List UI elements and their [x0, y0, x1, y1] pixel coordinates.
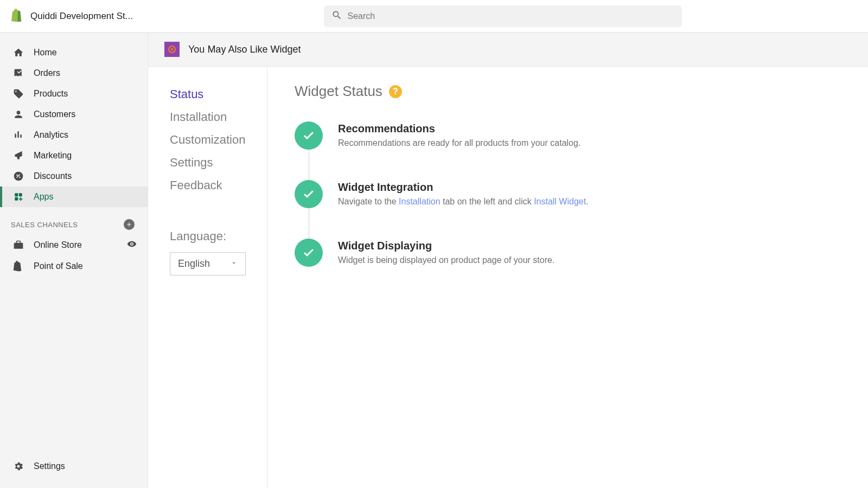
app-nav-customization[interactable]: Customization	[170, 129, 267, 151]
sidebar-item-settings[interactable]: Settings	[0, 454, 148, 478]
sidebar-item-label: Orders	[34, 68, 60, 78]
status-steps: Recommendations Recommendations are read…	[295, 121, 841, 267]
pos-icon	[13, 261, 24, 272]
chevron-down-icon	[230, 258, 238, 269]
sidebar-item-apps[interactable]: Apps	[0, 187, 148, 207]
sidebar-item-label: Products	[34, 89, 68, 99]
channel-label: Point of Sale	[34, 261, 83, 271]
svg-point-1	[171, 48, 174, 51]
step-displaying: Widget Displaying Widget is being displa…	[295, 239, 841, 267]
link-installation[interactable]: Installation	[399, 197, 441, 206]
step-desc: Widget is being displayed on product pag…	[338, 255, 554, 265]
view-store-icon[interactable]	[127, 239, 137, 251]
app-sidebar: Status Installation Customization Settin…	[148, 67, 267, 488]
logo-area: Quiddi Development St...	[11, 9, 148, 24]
add-channel-button[interactable]	[124, 219, 135, 230]
step-title: Widget Integration	[338, 181, 589, 194]
check-icon	[295, 180, 323, 208]
topbar: Quiddi Development St...	[0, 0, 868, 33]
sidebar-item-products[interactable]: Products	[0, 84, 148, 104]
sales-channels-header: SALES CHANNELS	[0, 207, 148, 234]
home-icon	[13, 47, 24, 58]
language-label: Language:	[170, 229, 267, 243]
discounts-icon	[13, 171, 24, 182]
apps-icon	[13, 191, 24, 202]
sidebar-item-orders[interactable]: Orders	[0, 63, 148, 84]
marketing-icon	[13, 150, 24, 161]
settings-label: Settings	[34, 461, 65, 471]
channel-label: Online Store	[34, 240, 82, 250]
step-title: Recommendations	[338, 123, 580, 135]
search-box[interactable]	[324, 5, 682, 27]
step-desc: Navigate to the Installation tab on the …	[338, 197, 589, 207]
check-icon	[295, 121, 323, 150]
sidebar: Home Orders Products Customers Analytics…	[0, 33, 148, 488]
check-icon	[295, 239, 323, 267]
search-icon	[331, 10, 342, 23]
sidebar-item-home[interactable]: Home	[0, 42, 148, 63]
app-nav-settings[interactable]: Settings	[170, 151, 267, 174]
link-install-widget[interactable]: Install Widget	[534, 197, 586, 206]
sidebar-item-label: Apps	[34, 192, 53, 202]
sidebar-item-customers[interactable]: Customers	[0, 104, 148, 125]
step-desc: Recommendations are ready for all produc…	[338, 138, 580, 148]
status-title: Widget Status ?	[295, 83, 841, 100]
sidebar-item-label: Marketing	[34, 151, 72, 160]
store-name[interactable]: Quiddi Development St...	[30, 11, 133, 22]
customers-icon	[13, 109, 24, 120]
orders-icon	[13, 68, 24, 79]
status-title-text: Widget Status	[295, 83, 382, 100]
help-icon[interactable]: ?	[389, 85, 402, 98]
main: You May Also Like Widget Status Installa…	[148, 33, 868, 488]
app-icon	[164, 42, 180, 57]
sidebar-item-label: Discounts	[34, 171, 72, 181]
sidebar-item-analytics[interactable]: Analytics	[0, 125, 148, 145]
step-title: Widget Displaying	[338, 240, 554, 252]
channel-online-store[interactable]: Online Store	[0, 234, 148, 256]
language-select[interactable]: English	[170, 252, 246, 275]
language-value: English	[178, 258, 210, 269]
channel-point-of-sale[interactable]: Point of Sale	[0, 256, 148, 277]
app-header: You May Also Like Widget	[148, 33, 868, 67]
gear-icon	[13, 461, 24, 472]
analytics-icon	[13, 130, 24, 140]
app-nav-feedback[interactable]: Feedback	[170, 174, 267, 197]
app-title: You May Also Like Widget	[188, 44, 301, 55]
section-label: SALES CHANNELS	[11, 221, 78, 229]
shopify-logo-icon	[11, 9, 23, 24]
status-panel: Widget Status ? Recommendations Recommen…	[267, 67, 868, 488]
sidebar-item-discounts[interactable]: Discounts	[0, 166, 148, 187]
sidebar-item-label: Analytics	[34, 130, 68, 140]
sidebar-item-label: Customers	[34, 110, 75, 119]
sidebar-item-label: Home	[34, 48, 57, 57]
products-icon	[13, 88, 24, 99]
search-wrap	[148, 5, 857, 27]
step-integration: Widget Integration Navigate to the Insta…	[295, 180, 841, 239]
app-nav-status[interactable]: Status	[170, 83, 267, 106]
search-input[interactable]	[348, 11, 674, 21]
store-icon	[13, 240, 24, 251]
app-nav-installation[interactable]: Installation	[170, 106, 267, 129]
step-recommendations: Recommendations Recommendations are read…	[295, 121, 841, 180]
sidebar-item-marketing[interactable]: Marketing	[0, 145, 148, 166]
